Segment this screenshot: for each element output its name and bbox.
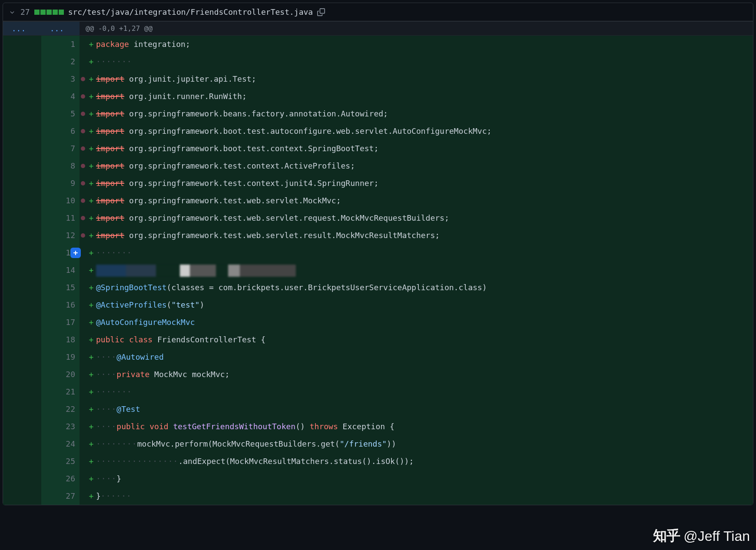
code-content: ····public void testGetFriendsWithoutTok… [95, 418, 753, 435]
code-content: @AutoConfigureMockMvc [95, 314, 753, 331]
modification-dot-icon [80, 348, 86, 366]
diff-container: 27 src/test/java/integration/FriendsCont… [3, 3, 753, 505]
modification-dot-icon [80, 314, 86, 331]
file-path[interactable]: src/test/java/integration/FriendsControl… [68, 7, 313, 17]
code-line[interactable]: 20+····private MockMvc mockMvc; [3, 366, 753, 383]
code-line[interactable]: 3+import org.junit.jupiter.api.Test; [3, 70, 753, 88]
zhihu-logo: 知乎 [653, 527, 680, 546]
code-line[interactable]: 16+@ActiveProfiles("test") [3, 296, 753, 314]
code-content: ······· [95, 53, 753, 70]
diff-marker: + [86, 401, 95, 418]
modification-dot-icon [80, 192, 86, 209]
code-line[interactable]: 7+import org.springframework.boot.test.c… [3, 140, 753, 157]
gutter-old [3, 262, 41, 279]
gutter-old [3, 53, 41, 70]
code-content: public class FriendsControllerTest { [95, 331, 753, 348]
code-line[interactable]: 22+····@Test [3, 401, 753, 418]
gutter-old [3, 331, 41, 348]
gutter-new: 26 [41, 470, 80, 487]
diff-marker: + [86, 418, 95, 435]
gutter-new: 3 [41, 70, 80, 88]
diff-marker: + [86, 314, 95, 331]
diff-marker: + [86, 105, 95, 123]
expand-down-icon[interactable]: ... [41, 22, 80, 35]
modification-dot-icon [80, 470, 86, 487]
gutter-old [3, 453, 41, 470]
modification-dot-icon [80, 36, 86, 53]
gutter-old [3, 123, 41, 140]
diff-marker: + [86, 192, 95, 209]
code-line[interactable]: 8+import org.springframework.test.contex… [3, 157, 753, 175]
code-content: }······ [95, 487, 753, 505]
modification-dot-icon [80, 157, 86, 175]
gutter-old [3, 435, 41, 453]
code-line[interactable]: 12+import org.springframework.test.web.s… [3, 227, 753, 244]
expand-up-icon[interactable]: ... [3, 22, 41, 35]
gutter-old [3, 36, 41, 53]
file-header: 27 src/test/java/integration/FriendsCont… [3, 3, 753, 21]
code-line[interactable]: 11+import org.springframework.test.web.s… [3, 209, 753, 227]
diff-marker: + [86, 209, 95, 227]
code-line[interactable]: 17+@AutoConfigureMockMvc [3, 314, 753, 331]
diff-marker: + [86, 88, 95, 105]
diff-marker: + [86, 348, 95, 366]
code-line[interactable]: 15+@SpringBootTest(classes = com.brickpe… [3, 279, 753, 296]
code-line[interactable]: 24+········mockMvc.perform(MockMvcReques… [3, 435, 753, 453]
code-content: package integration; [95, 36, 753, 53]
diff-marker: + [86, 262, 95, 279]
code-line[interactable]: 23+····public void testGetFriendsWithout… [3, 418, 753, 435]
code-content: import org.junit.jupiter.api.Test; [95, 70, 753, 88]
modification-dot-icon [80, 383, 86, 401]
gutter-new: 8 [41, 157, 80, 175]
code-content: import org.springframework.boot.test.aut… [95, 123, 753, 140]
gutter-new: 22 [41, 401, 80, 418]
code-line[interactable]: 14+ [3, 262, 753, 279]
code-content: import org.springframework.test.context.… [95, 175, 753, 192]
diff-marker: + [86, 36, 95, 53]
modification-dot-icon [80, 209, 86, 227]
hunk-header: ... ... @@ -0,0 +1,27 @@ [3, 21, 753, 36]
copy-path-icon[interactable] [317, 8, 325, 16]
gutter-new: 15 [41, 279, 80, 296]
code-line[interactable]: 13++······· [3, 244, 753, 262]
lines-changed-count: 27 [20, 7, 30, 17]
code-line[interactable]: 5+import org.springframework.beans.facto… [3, 105, 753, 123]
modification-dot-icon [80, 296, 86, 314]
gutter-old [3, 105, 41, 123]
add-comment-button[interactable]: + [70, 248, 81, 258]
modification-dot-icon [80, 70, 86, 88]
code-line[interactable]: 4+import org.junit.runner.RunWith; [3, 88, 753, 105]
code-content: import org.springframework.boot.test.con… [95, 140, 753, 157]
code-line[interactable]: 27+}······ [3, 487, 753, 505]
diff-marker: + [86, 123, 95, 140]
collapse-chevron-icon[interactable] [8, 9, 16, 15]
gutter-old [3, 296, 41, 314]
code-line[interactable]: 18+public class FriendsControllerTest { [3, 331, 753, 348]
code-line[interactable]: 25+················.andExpect(MockMvcRes… [3, 453, 753, 470]
code-line[interactable]: 6+import org.springframework.boot.test.a… [3, 123, 753, 140]
code-content: ········mockMvc.perform(MockMvcRequestBu… [95, 435, 753, 453]
gutter-old [3, 175, 41, 192]
code-content: import org.springframework.test.web.serv… [95, 227, 753, 244]
code-content: import org.springframework.test.web.serv… [95, 209, 753, 227]
diff-marker: + [86, 157, 95, 175]
diff-marker: + [86, 470, 95, 487]
code-content: @ActiveProfiles("test") [95, 296, 753, 314]
code-line[interactable]: 1+package integration; [3, 36, 753, 53]
code-content: ····@Autowired [95, 348, 753, 366]
code-line[interactable]: 21+······· [3, 383, 753, 401]
code-line[interactable]: 9+import org.springframework.test.contex… [3, 175, 753, 192]
code-line[interactable]: 10+import org.springframework.test.web.s… [3, 192, 753, 209]
censored-content [96, 265, 296, 277]
gutter-new: 11 [41, 209, 80, 227]
code-content: ····} [95, 470, 753, 487]
gutter-new: 7 [41, 140, 80, 157]
gutter-new: 25 [41, 453, 80, 470]
modification-dot-icon [80, 175, 86, 192]
code-line[interactable]: 2+······· [3, 53, 753, 70]
modification-dot-icon [80, 453, 86, 470]
gutter-old [3, 227, 41, 244]
gutter-new: 20 [41, 366, 80, 383]
code-line[interactable]: 26+····} [3, 470, 753, 487]
code-line[interactable]: 19+····@Autowired [3, 348, 753, 366]
